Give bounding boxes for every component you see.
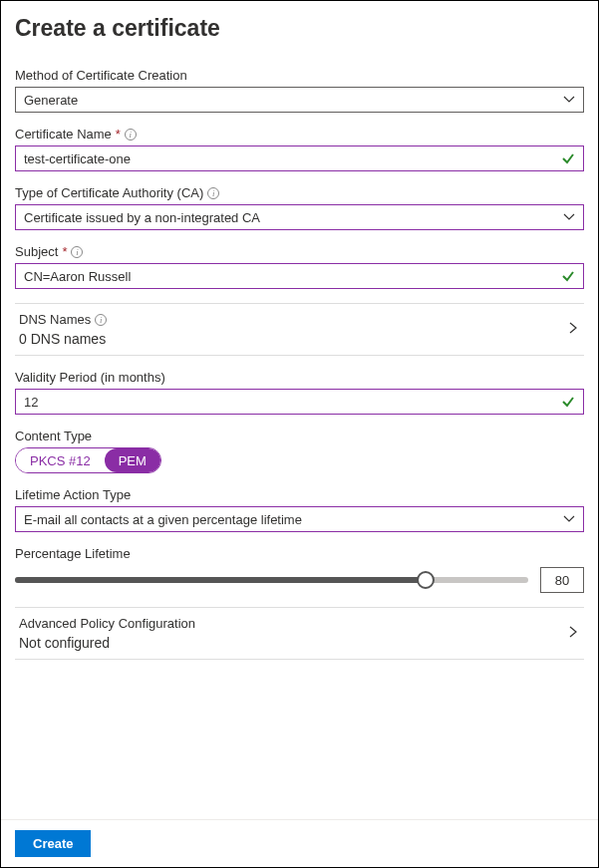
content-type-pem[interactable]: PEM <box>105 448 160 472</box>
chevron-down-icon <box>563 94 575 106</box>
dns-names-row[interactable]: DNS Names i 0 DNS names <box>15 303 584 356</box>
required-asterisk: * <box>62 244 67 259</box>
validity-value: 12 <box>24 395 38 410</box>
info-icon[interactable]: i <box>95 314 107 326</box>
page-title: Create a certificate <box>15 15 584 42</box>
method-label: Method of Certificate Creation <box>15 68 584 83</box>
method-select[interactable]: Generate <box>15 87 584 113</box>
advanced-label: Advanced Policy Configuration <box>19 616 195 631</box>
check-icon <box>561 151 575 165</box>
create-button[interactable]: Create <box>15 830 91 857</box>
slider-thumb[interactable] <box>417 571 435 589</box>
lifetime-select[interactable]: E-mail all contacts at a given percentag… <box>15 506 584 532</box>
cert-name-input[interactable]: test-certificate-one <box>15 145 584 171</box>
percentage-value-box[interactable]: 80 <box>540 567 584 593</box>
info-icon[interactable]: i <box>207 187 219 199</box>
chevron-right-icon <box>566 625 580 642</box>
chevron-right-icon <box>566 321 580 338</box>
chevron-down-icon <box>563 513 575 525</box>
info-icon[interactable]: i <box>125 129 137 141</box>
lifetime-label: Lifetime Action Type <box>15 487 584 502</box>
subject-input[interactable]: CN=Aaron Russell <box>15 263 584 289</box>
required-asterisk: * <box>116 127 121 142</box>
method-value: Generate <box>24 93 78 108</box>
ca-type-value: Certificate issued by a non-integrated C… <box>24 210 260 225</box>
advanced-policy-row[interactable]: Advanced Policy Configuration Not config… <box>15 607 584 660</box>
info-icon[interactable]: i <box>71 246 83 258</box>
dns-label: DNS Names <box>19 312 91 327</box>
content-type-pkcs12[interactable]: PKCS #12 <box>16 448 105 472</box>
cert-name-label: Certificate Name * i <box>15 127 584 142</box>
ca-type-label: Type of Certificate Authority (CA) i <box>15 185 584 200</box>
validity-input[interactable]: 12 <box>15 389 584 415</box>
advanced-value: Not configured <box>19 635 195 651</box>
cert-name-value: test-certificate-one <box>24 151 131 166</box>
percentage-slider[interactable] <box>15 577 528 583</box>
content-type-toggle[interactable]: PKCS #12 PEM <box>15 447 161 473</box>
validity-label: Validity Period (in months) <box>15 370 584 385</box>
chevron-down-icon <box>563 211 575 223</box>
check-icon <box>561 395 575 409</box>
ca-type-select[interactable]: Certificate issued by a non-integrated C… <box>15 204 584 230</box>
subject-label: Subject * i <box>15 244 584 259</box>
dns-value: 0 DNS names <box>19 331 107 347</box>
check-icon <box>561 269 575 283</box>
percentage-label: Percentage Lifetime <box>15 546 584 561</box>
lifetime-value: E-mail all contacts at a given percentag… <box>24 512 302 527</box>
content-type-label: Content Type <box>15 429 584 443</box>
subject-value: CN=Aaron Russell <box>24 269 131 284</box>
